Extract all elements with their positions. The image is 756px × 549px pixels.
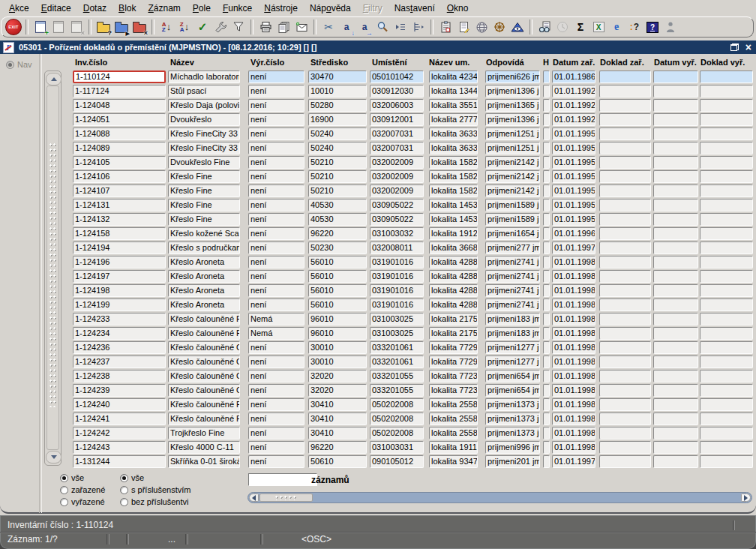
table-cell[interactable] <box>700 142 753 154</box>
table-cell[interactable]: 01.01.1998 <box>552 270 596 283</box>
table-cell[interactable]: prijmeni1277 jm <box>485 356 540 368</box>
table-cell[interactable]: Křeslo Aroneta <box>168 298 240 311</box>
table-cell[interactable]: 50210 <box>308 170 367 183</box>
table-cell[interactable]: 1-124198 <box>73 284 166 297</box>
table-cell[interactable]: prijmeni1373 jm <box>485 427 540 440</box>
table-cell[interactable]: 030905022 <box>370 199 424 212</box>
table-cell[interactable] <box>700 199 753 212</box>
table-cell[interactable] <box>653 170 698 183</box>
table-cell[interactable]: 030912030 <box>370 85 424 98</box>
table-cell[interactable] <box>700 370 753 382</box>
table-cell[interactable]: 56010 <box>308 256 367 268</box>
table-cell[interactable] <box>700 270 753 283</box>
table-cell[interactable] <box>543 184 550 197</box>
table-cell[interactable]: není <box>248 412 304 425</box>
table-cell[interactable] <box>700 70 753 83</box>
table-cell[interactable]: není <box>248 70 304 83</box>
table-cell[interactable] <box>599 70 651 83</box>
table-cell[interactable]: 50610 <box>308 455 367 468</box>
table-cell[interactable]: 40530 <box>308 213 367 226</box>
delete-record-icon[interactable]: × <box>68 18 86 36</box>
table-cell[interactable]: 96220 <box>308 227 367 240</box>
menu-item-akce[interactable]: Akce <box>3 1 35 16</box>
table-cell[interactable] <box>543 398 550 411</box>
table-cell[interactable] <box>653 270 698 283</box>
table-cell[interactable]: 1-124107 <box>73 184 166 197</box>
table-cell[interactable] <box>543 156 550 169</box>
table-cell[interactable]: Křeslo čalouněné O <box>168 370 240 382</box>
table-cell[interactable] <box>543 298 550 311</box>
table-cell[interactable]: lokalita 2558 <box>429 398 478 411</box>
table-cell[interactable]: 1-124199 <box>73 298 166 311</box>
table-cell[interactable]: lokalita 1582 <box>429 184 478 197</box>
table-cell[interactable]: 1-124196 <box>73 256 166 268</box>
table-cell[interactable]: lokalita 1453 <box>429 213 478 226</box>
table-cell[interactable]: není <box>248 341 304 354</box>
table-cell[interactable] <box>543 199 550 212</box>
table-cell[interactable]: 032002009 <box>370 156 424 169</box>
table-cell[interactable] <box>700 242 753 254</box>
table-cell[interactable]: prijmeni654 jme <box>485 370 540 382</box>
table-cell[interactable]: lokalita 4234 <box>429 70 478 83</box>
table-cell[interactable]: prijmeni2142 jm <box>485 184 540 197</box>
table-cell[interactable]: Křeslo kožené Scan <box>168 227 240 240</box>
table-cell[interactable]: 16900 <box>308 113 367 126</box>
table-cell[interactable]: lokalita 7723 <box>429 384 478 397</box>
wheel-icon[interactable] <box>490 18 508 36</box>
table-cell[interactable] <box>653 227 698 240</box>
table-cell[interactable]: není <box>248 384 304 397</box>
cut-icon[interactable]: ✂ <box>320 18 338 36</box>
table-cell[interactable]: lokalita 1453 <box>429 199 478 212</box>
table-cell[interactable]: 01.01.1998 <box>552 412 596 425</box>
table-cell[interactable] <box>700 184 753 197</box>
table-cell[interactable] <box>599 142 651 154</box>
table-cell[interactable]: 30410 <box>308 412 367 425</box>
table-cell[interactable]: 01.01.1995 <box>552 170 596 183</box>
table-cell[interactable]: 01.01.1998 <box>552 284 596 297</box>
table-cell[interactable]: 033201061 <box>370 356 424 368</box>
table-cell[interactable] <box>599 213 651 226</box>
close-button[interactable]: × <box>746 43 752 52</box>
table-cell[interactable]: 1-131244 <box>73 455 166 468</box>
table-cell[interactable] <box>599 156 651 169</box>
table-cell[interactable] <box>543 85 550 98</box>
table-cell[interactable]: není <box>248 156 304 169</box>
table-cell[interactable]: 01.01.1998 <box>552 327 596 340</box>
table-cell[interactable]: 031003031 <box>370 441 424 454</box>
table-cell[interactable]: prijmeni1373 jm <box>485 412 540 425</box>
table-cell[interactable]: 50240 <box>308 142 367 154</box>
table-cell[interactable] <box>599 227 651 240</box>
table-cell[interactable]: Dvoukřeslo <box>168 113 240 126</box>
table-cell[interactable] <box>700 455 753 468</box>
table-cell[interactable]: prijmeni1251 jm <box>485 128 540 140</box>
table-cell[interactable]: 032008011 <box>370 242 424 254</box>
table-cell[interactable] <box>653 142 698 154</box>
table-cell[interactable] <box>653 128 698 140</box>
table-cell[interactable]: 1-124132 <box>73 213 166 226</box>
table-cell[interactable]: 031003025 <box>370 327 424 340</box>
table-cell[interactable] <box>653 256 698 268</box>
table-cell[interactable]: 50280 <box>308 99 367 112</box>
table-cell[interactable]: není <box>248 242 304 254</box>
excel-export-icon[interactable]: X <box>590 18 608 36</box>
tools-icon[interactable] <box>212 18 230 36</box>
table-cell[interactable]: prijmeni2142 jm <box>485 156 540 169</box>
table-cell[interactable] <box>599 184 651 197</box>
table-cell[interactable]: 01.01.1998 <box>552 256 596 268</box>
menu-item-zaznam[interactable]: Záznam <box>142 1 186 16</box>
table-cell[interactable]: 30010 <box>308 341 367 354</box>
table-cell[interactable]: není <box>248 99 304 112</box>
menu-item-okno[interactable]: Okno <box>441 1 475 16</box>
table-cell[interactable]: 01.01.1995 <box>552 184 596 197</box>
table-cell[interactable]: Křeslo Fine <box>168 213 240 226</box>
table-cell[interactable] <box>543 284 550 297</box>
table-cell[interactable] <box>700 327 753 340</box>
table-cell[interactable]: prijmeni1589 jm <box>485 213 540 226</box>
table-cell[interactable] <box>700 256 753 268</box>
table-cell[interactable]: 031003025 <box>370 313 424 326</box>
table-cell[interactable]: lokalita 4288 <box>429 270 478 283</box>
table-cell[interactable]: prijmeni1277 jm <box>485 341 540 354</box>
vertical-scrollbar-thumb[interactable] <box>46 86 59 450</box>
table-cell[interactable] <box>700 227 753 240</box>
radio-state-vyrazene[interactable]: vyřazené <box>60 497 105 506</box>
